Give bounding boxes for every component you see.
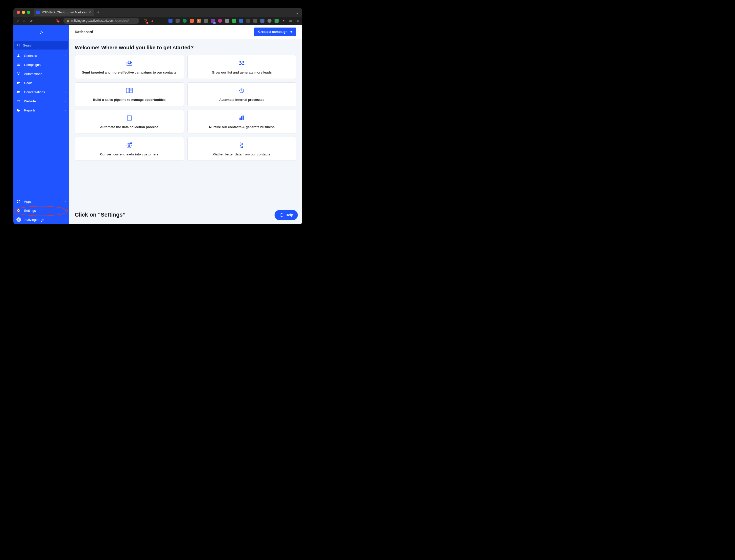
card-nurture-contacts[interactable]: Nurture our contacts & generate business <box>187 110 297 133</box>
extension-icon[interactable] <box>176 19 180 23</box>
svg-rect-19 <box>126 88 129 93</box>
sidebar-item-automations[interactable]: Automations › <box>13 69 69 78</box>
sidebar-item-reports[interactable]: Reports › <box>13 106 69 115</box>
sidebar-item-conversations[interactable]: Conversations › <box>13 87 69 97</box>
svg-point-2 <box>18 54 19 56</box>
extensions-puzzle-icon[interactable]: ✦ <box>282 19 286 23</box>
card-sales-pipeline[interactable]: Build a sales pipeline to manage opportu… <box>75 82 184 106</box>
svg-line-1 <box>19 46 20 46</box>
extension-icon[interactable] <box>218 19 222 23</box>
svg-text:+: + <box>130 142 132 145</box>
chevron-right-icon: › <box>65 54 66 57</box>
card-convert-leads[interactable]: $+ Convert current leads into customers <box>75 137 184 161</box>
card-gather-data[interactable]: Gather better data from our contacts <box>187 137 297 161</box>
help-button[interactable]: Help <box>275 210 298 220</box>
close-window-button[interactable] <box>17 11 20 14</box>
tab-favicon: › <box>36 11 40 14</box>
extension-icon[interactable]: 26 <box>211 19 215 23</box>
reload-button[interactable]: ⟳ <box>29 19 33 23</box>
minimize-window-button[interactable] <box>22 11 25 14</box>
shield-badge-count: 4 <box>146 22 148 24</box>
forward-button[interactable]: ▷ <box>22 19 27 23</box>
topbar: Dashboard Create a campaign ▾ <box>69 25 302 39</box>
sidebar-item-deals[interactable]: Deals › <box>13 78 69 87</box>
card-grow-list[interactable]: Grow our list and generate more leads <box>187 55 297 79</box>
svg-rect-13 <box>19 200 20 201</box>
extension-icon[interactable] <box>232 19 236 23</box>
wallet-icon[interactable]: ▭ <box>289 19 293 23</box>
create-campaign-button[interactable]: Create a campaign ▾ <box>254 28 296 36</box>
svg-rect-8 <box>18 82 19 83</box>
svg-rect-29 <box>241 117 242 120</box>
card-automate-data[interactable]: Automate the data collection process <box>75 110 184 133</box>
browser-tab[interactable]: › M3LVINGEORGE Email Marketin ✕ <box>34 9 94 16</box>
search-input[interactable]: Search <box>14 41 68 50</box>
card-label: Send targeted and more effective campaig… <box>82 71 177 74</box>
extension-icon[interactable] <box>253 19 257 23</box>
svg-point-0 <box>17 44 19 46</box>
extension-icon[interactable] <box>183 19 187 23</box>
extension-icon[interactable] <box>246 19 250 23</box>
url-path: /overview/ <box>115 19 129 22</box>
caret-down-icon: ▾ <box>291 30 292 34</box>
sidebar-item-campaigns[interactable]: Campaigns › <box>13 60 69 69</box>
chevron-right-icon: › <box>65 90 66 94</box>
address-bar[interactable]: 🔒 m3lvingeorge.activehosted.com/overview… <box>63 18 139 24</box>
sidebar-user-row[interactable]: m3lvingeorge › <box>13 215 69 224</box>
sidebar-item-settings[interactable]: Settings › <box>13 206 69 215</box>
back-button[interactable]: ◁ <box>16 19 20 23</box>
card-send-campaigns[interactable]: Send targeted and more effective campaig… <box>75 55 184 79</box>
menu-icon[interactable]: ≡ <box>296 19 300 23</box>
sidebar-item-website[interactable]: Website › <box>13 97 69 106</box>
svg-rect-12 <box>17 200 18 201</box>
svg-point-15 <box>18 219 19 220</box>
svg-rect-6 <box>18 74 19 75</box>
sidebar-item-contacts[interactable]: Contacts › <box>13 51 69 60</box>
chevron-right-icon: › <box>65 63 66 66</box>
card-automate-internal[interactable]: Automate internal processes <box>187 82 297 106</box>
svg-rect-5 <box>19 73 20 73</box>
card-label: Convert current leads into customers <box>100 152 158 156</box>
extension-icon[interactable] <box>190 19 194 23</box>
search-placeholder: Search <box>23 43 33 47</box>
sitemap-icon <box>16 72 20 76</box>
sidebar-item-label: Settings <box>24 209 36 213</box>
svg-rect-14 <box>17 202 18 203</box>
sidebar-item-label: Conversations <box>24 90 45 94</box>
sidebar-item-apps[interactable]: Apps › <box>13 197 69 206</box>
card-grid: Send targeted and more effective campaig… <box>75 55 296 161</box>
svg-rect-10 <box>17 100 20 102</box>
app-logo[interactable] <box>13 25 69 40</box>
extension-icon[interactable] <box>225 19 229 23</box>
dna-icon <box>240 142 244 149</box>
extension-icon[interactable] <box>239 19 243 23</box>
sidebar-item-label: Website <box>24 99 36 103</box>
extension-icon[interactable]: K <box>197 19 201 23</box>
card-label: Automate internal processes <box>219 98 264 102</box>
growth-chart-icon <box>239 114 245 122</box>
extension-icon[interactable] <box>204 19 208 23</box>
bookmark-icon[interactable]: 🔖 <box>56 19 60 23</box>
chevron-right-icon: › <box>65 109 66 112</box>
search-icon <box>17 43 20 47</box>
tabs-chevron-icon[interactable]: ⌄ <box>296 10 299 15</box>
sidebar-item-label: Contacts <box>24 54 37 58</box>
window-icon <box>16 99 20 103</box>
username: m3lvingeorge <box>25 218 44 222</box>
new-tab-button[interactable]: + <box>96 10 101 15</box>
extension-icon[interactable] <box>275 19 279 23</box>
shield-icon[interactable]: 🛡4 <box>144 19 147 23</box>
sidebar: Search Contacts › Campaigns › Automation… <box>13 25 69 224</box>
maximize-window-button[interactable] <box>27 11 30 14</box>
close-tab-icon[interactable]: ✕ <box>89 11 91 14</box>
extension-icon[interactable] <box>169 19 173 23</box>
extension-icon[interactable] <box>268 19 272 23</box>
warning-icon[interactable]: ▲ <box>151 19 154 22</box>
svg-point-18 <box>243 61 244 63</box>
chevron-right-icon: › <box>65 209 66 212</box>
extension-icon[interactable] <box>261 19 265 23</box>
extension-badge-count: 26 <box>213 22 216 24</box>
title-bar: › M3LVINGEORGE Email Marketin ✕ + ⌄ <box>13 8 302 17</box>
callout-text: Click on “Settings” <box>75 212 125 218</box>
nav-list: Contacts › Campaigns › Automations › Dea… <box>13 51 69 115</box>
